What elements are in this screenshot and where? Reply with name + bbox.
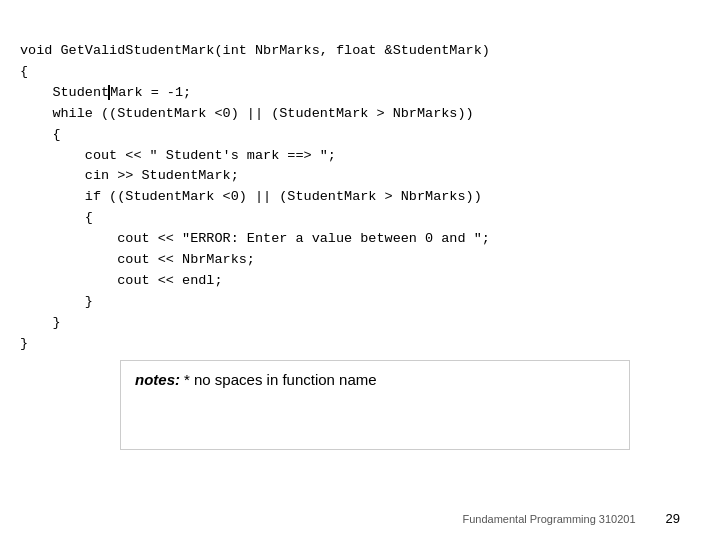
code-block: void GetValidStudentMark(int NbrMarks, f…	[20, 20, 690, 376]
code-line-8: if ((StudentMark <0) || (StudentMark > N…	[20, 189, 482, 204]
code-line-13: }	[20, 294, 93, 309]
code-line-10: cout << "ERROR: Enter a value between 0 …	[20, 231, 490, 246]
code-line-11: cout << NbrMarks;	[20, 252, 255, 267]
course-name: Fundamental Programming 310201	[462, 513, 635, 525]
code-line-3: StudentMark = -1;	[20, 85, 191, 100]
code-line-15: }	[20, 336, 28, 351]
notes-box: notes:* no spaces in function name	[120, 360, 630, 450]
code-line-2: {	[20, 64, 28, 79]
code-line-7: cin >> StudentMark;	[20, 168, 239, 183]
page: void GetValidStudentMark(int NbrMarks, f…	[0, 0, 720, 540]
notes-content: * no spaces in function name	[184, 371, 377, 388]
code-line-1: void GetValidStudentMark(int NbrMarks, f…	[20, 43, 490, 58]
code-line-5: {	[20, 127, 61, 142]
text-cursor	[108, 85, 110, 100]
code-line-14: }	[20, 315, 61, 330]
code-area: void GetValidStudentMark(int NbrMarks, f…	[20, 20, 690, 376]
code-line-12: cout << endl;	[20, 273, 223, 288]
footer: Fundamental Programming 310201 29	[462, 511, 680, 526]
code-line-4: while ((StudentMark <0) || (StudentMark …	[20, 106, 474, 121]
code-line-6: cout << " Student's mark ==> ";	[20, 148, 336, 163]
page-number: 29	[666, 511, 680, 526]
code-line-9: {	[20, 210, 93, 225]
notes-label: notes:	[135, 371, 180, 388]
